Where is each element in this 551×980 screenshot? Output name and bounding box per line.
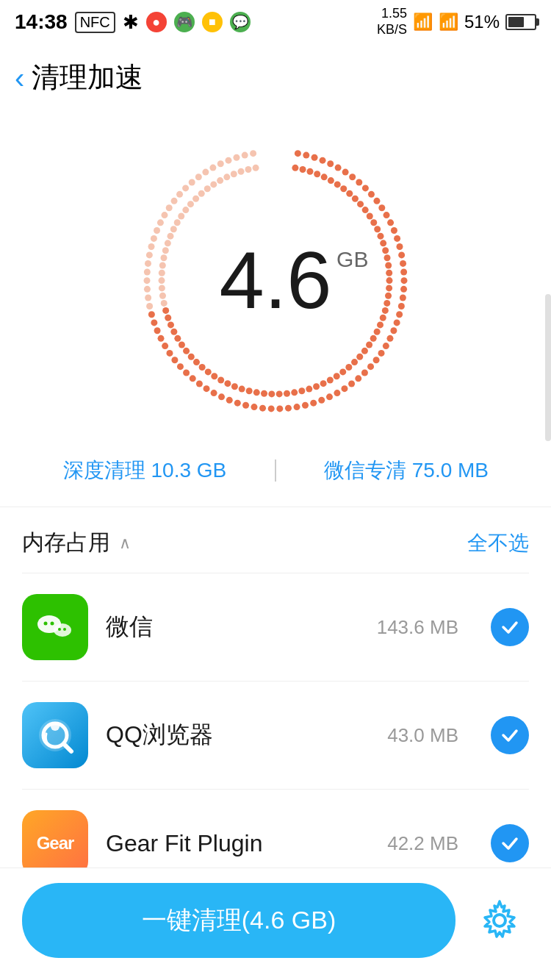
- svg-point-143: [211, 373, 217, 379]
- svg-point-177: [238, 168, 245, 175]
- svg-point-158: [159, 277, 165, 284]
- svg-point-132: [291, 389, 298, 396]
- svg-point-67: [144, 286, 151, 293]
- svg-point-64: [148, 311, 155, 318]
- status-app1-icon: ●: [146, 12, 167, 32]
- gear-app-icon: Gear: [22, 810, 88, 876]
- svg-point-88: [242, 152, 248, 159]
- svg-point-28: [386, 335, 393, 342]
- svg-point-106: [380, 240, 386, 246]
- svg-point-149: [179, 342, 185, 348]
- svg-point-73: [151, 235, 157, 242]
- svg-point-77: [166, 204, 173, 211]
- svg-point-72: [148, 243, 155, 250]
- svg-point-93: [314, 171, 320, 177]
- gauge-value: 4.6: [220, 235, 332, 325]
- svg-point-0: [295, 150, 301, 157]
- status-app4-icon: 💬: [230, 12, 251, 32]
- svg-point-60: [162, 343, 168, 349]
- svg-point-139: [239, 386, 245, 393]
- status-bar: 14:38 NFC ✱ ● 🎮 ■ 💬 1.55KB/S 📶 📶 51%: [0, 0, 551, 44]
- qq-app-icon: [22, 702, 88, 768]
- select-all-button[interactable]: 全不选: [467, 529, 529, 557]
- status-left: 14:38 NFC ✱ ● 🎮 ■ 💬: [15, 10, 251, 34]
- svg-point-133: [284, 390, 290, 397]
- svg-point-49: [234, 400, 241, 407]
- svg-point-164: [168, 233, 174, 240]
- svg-point-66: [145, 294, 151, 301]
- svg-point-112: [386, 285, 392, 291]
- svg-point-148: [183, 348, 190, 354]
- action-links: 深度清理 10.3 GB 微信专清 75.0 MB: [0, 442, 551, 507]
- wifi-icon: 📶: [413, 12, 433, 32]
- svg-point-169: [187, 201, 194, 207]
- status-app2-icon: 🎮: [174, 12, 195, 32]
- svg-point-116: [380, 315, 386, 321]
- svg-point-8: [356, 179, 362, 186]
- svg-point-105: [377, 233, 383, 240]
- svg-point-130: [306, 386, 312, 393]
- qq-check[interactable]: [491, 716, 529, 754]
- svg-point-175: [223, 174, 230, 180]
- svg-point-9: [362, 185, 369, 191]
- svg-point-34: [355, 375, 361, 382]
- wechat-app-icon: [22, 594, 88, 660]
- svg-point-102: [367, 212, 373, 219]
- gauge-unit: GB: [336, 247, 368, 272]
- settings-icon: [478, 898, 522, 943]
- svg-line-188: [64, 744, 71, 751]
- svg-point-76: [161, 212, 168, 218]
- svg-point-41: [302, 402, 309, 409]
- svg-point-178: [245, 166, 251, 173]
- svg-point-55: [190, 375, 196, 382]
- chevron-up-icon[interactable]: ∧: [119, 534, 131, 553]
- svg-point-48: [242, 402, 249, 409]
- svg-point-81: [189, 179, 195, 186]
- svg-point-172: [204, 185, 211, 192]
- svg-point-11: [373, 198, 380, 204]
- svg-point-141: [224, 380, 231, 387]
- gear-check[interactable]: [491, 824, 529, 862]
- deep-clean-link[interactable]: 深度清理 10.3 GB: [29, 457, 260, 484]
- svg-point-39: [318, 397, 325, 404]
- svg-point-52: [211, 390, 217, 396]
- svg-point-83: [202, 169, 209, 176]
- svg-point-27: [390, 327, 397, 334]
- app-item-qq[interactable]: QQ浏览器 43.0 MB: [0, 682, 551, 789]
- svg-point-63: [151, 319, 157, 326]
- svg-point-7: [349, 174, 356, 180]
- svg-point-86: [225, 157, 231, 164]
- app-item-wechat[interactable]: 微信 143.6 MB: [0, 573, 551, 681]
- svg-point-156: [159, 293, 166, 299]
- svg-point-98: [346, 190, 353, 197]
- svg-point-13: [383, 212, 390, 218]
- svg-point-168: [182, 207, 189, 213]
- svg-point-154: [162, 307, 169, 314]
- wechat-check[interactable]: [491, 608, 529, 646]
- wechat-app-name: 微信: [106, 611, 359, 643]
- svg-point-162: [162, 247, 169, 254]
- wechat-clean-link[interactable]: 微信专清 75.0 MB: [291, 457, 522, 484]
- svg-point-103: [370, 219, 377, 226]
- svg-point-46: [259, 405, 266, 412]
- svg-point-128: [320, 380, 327, 387]
- svg-point-140: [231, 383, 238, 390]
- back-button[interactable]: ‹ 清理加速: [15, 59, 143, 96]
- svg-point-115: [382, 307, 389, 314]
- battery-percent: 51%: [464, 12, 500, 32]
- gear-app-name: Gear Fit Plugin: [106, 830, 370, 857]
- svg-point-104: [374, 226, 381, 232]
- svg-point-79: [176, 191, 183, 198]
- svg-point-25: [396, 311, 403, 318]
- gauge-container[interactable]: /* dots rendered below via JS */ 4.6 GB: [0, 111, 551, 442]
- clean-button[interactable]: 一键清理(4.6 GB): [22, 883, 455, 958]
- svg-point-181: [44, 622, 48, 626]
- gauge-center: 4.6 GB: [220, 240, 332, 321]
- settings-button[interactable]: [470, 891, 529, 950]
- section-title: 内存占用: [22, 528, 110, 558]
- svg-point-122: [356, 354, 363, 360]
- svg-point-61: [158, 335, 165, 342]
- svg-point-26: [394, 319, 400, 326]
- svg-point-113: [385, 293, 392, 299]
- svg-point-78: [171, 198, 178, 204]
